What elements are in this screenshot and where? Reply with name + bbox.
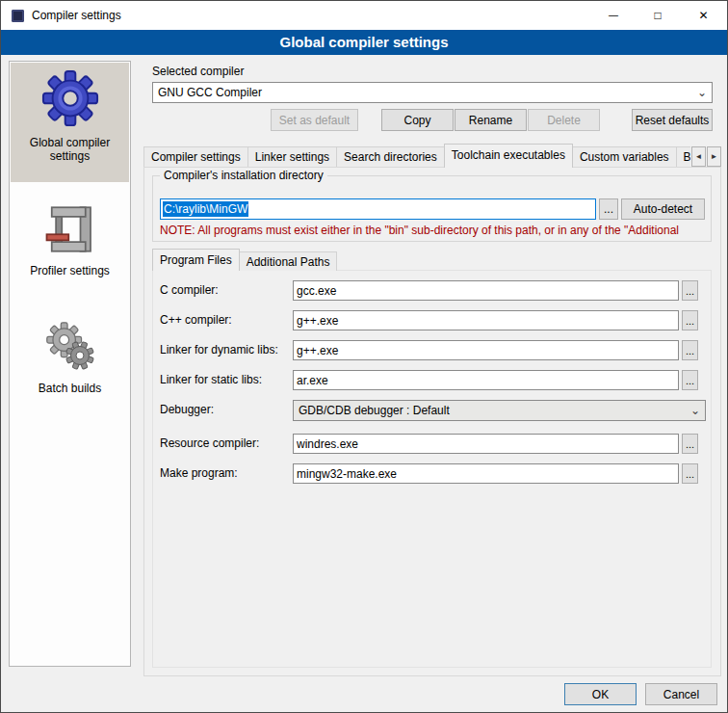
- note-text: NOTE: All programs must exist either in …: [160, 224, 710, 237]
- main-tab-strip: Compiler settings Linker settings Search…: [143, 144, 690, 168]
- sidebar-item-profiler-settings[interactable]: Profiler settings: [11, 197, 129, 293]
- window-title: Compiler settings: [32, 1, 121, 30]
- gear-blue-icon: [40, 68, 100, 131]
- c-compiler-label: C compiler:: [160, 283, 219, 297]
- resource-compiler-browse-button[interactable]: ...: [682, 434, 698, 454]
- cancel-button[interactable]: Cancel: [645, 683, 717, 705]
- make-program-input[interactable]: [293, 463, 679, 484]
- resource-compiler-row: Resource compiler: ...: [1, 434, 728, 456]
- tab-scroll-right-button[interactable]: ►: [707, 146, 721, 167]
- chevron-down-icon: ⌄: [690, 401, 700, 420]
- cpp-compiler-label: C++ compiler:: [160, 313, 232, 327]
- clamp-icon: [43, 202, 97, 259]
- reset-defaults-button[interactable]: Reset defaults: [632, 109, 713, 131]
- installation-directory-group-title: Compiler's installation directory: [160, 169, 327, 182]
- delete-button[interactable]: Delete: [528, 109, 600, 131]
- selected-compiler-label: Selected compiler: [152, 65, 244, 78]
- make-program-browse-button[interactable]: ...: [682, 463, 698, 484]
- debugger-select[interactable]: GDB/CDB debugger : Default ⌄: [293, 400, 706, 421]
- dynamic-linker-row: Linker for dynamic libs: ...: [1, 340, 728, 362]
- auto-detect-button[interactable]: Auto-detect: [621, 198, 705, 220]
- debugger-label: Debugger:: [160, 403, 214, 416]
- debugger-row: Debugger: GDB/CDB debugger : Default ⌄: [1, 400, 728, 422]
- title-bar: Compiler settings — □ ✕: [1, 1, 727, 30]
- minimize-button[interactable]: —: [591, 1, 636, 30]
- installation-directory-browse-button[interactable]: ...: [599, 198, 618, 220]
- close-button[interactable]: ✕: [680, 1, 727, 30]
- app-icon: [12, 10, 24, 22]
- static-linker-row: Linker for static libs: ...: [1, 370, 728, 392]
- tab-search-directories[interactable]: Search directories: [336, 146, 445, 167]
- c-compiler-input[interactable]: [293, 280, 679, 301]
- make-program-label: Make program:: [160, 466, 238, 480]
- sub-tab-strip: Program Files Additional Paths: [152, 249, 537, 271]
- debugger-value: GDB/CDB debugger : Default: [299, 404, 450, 417]
- settings-sidebar: Global compiler settings Profiler settin…: [9, 61, 131, 667]
- resource-compiler-label: Resource compiler:: [160, 436, 259, 450]
- cpp-compiler-input[interactable]: [293, 310, 679, 330]
- c-compiler-browse-button[interactable]: ...: [682, 280, 698, 301]
- sidebar-item-global-compiler-settings[interactable]: Global compiler settings: [11, 63, 129, 182]
- set-as-default-button[interactable]: Set as default: [271, 109, 358, 131]
- selected-compiler-value: GNU GCC Compiler: [158, 86, 262, 99]
- rename-button[interactable]: Rename: [455, 109, 527, 131]
- maximize-icon: □: [654, 9, 661, 22]
- copy-button[interactable]: Copy: [381, 109, 454, 131]
- tab-build-options[interactable]: Build options: [676, 146, 690, 167]
- chevron-down-icon: ⌄: [697, 83, 707, 102]
- dynamic-linker-label: Linker for dynamic libs:: [160, 343, 278, 356]
- static-linker-label: Linker for static libs:: [160, 373, 262, 386]
- c-compiler-row: C compiler: ...: [1, 280, 728, 303]
- page-title: Global compiler settings: [1, 30, 727, 55]
- minimize-icon: —: [609, 10, 618, 20]
- tab-scroll-left-icon: ◄: [695, 152, 703, 161]
- static-linker-browse-button[interactable]: ...: [682, 370, 698, 390]
- tab-custom-variables[interactable]: Custom variables: [572, 146, 677, 167]
- sidebar-item-label: Profiler settings: [30, 264, 110, 277]
- maximize-button[interactable]: □: [636, 1, 680, 30]
- close-icon: ✕: [698, 9, 708, 22]
- tab-program-files[interactable]: Program Files: [152, 249, 240, 271]
- compiler-settings-dialog: Compiler settings — □ ✕ Global compiler …: [0, 0, 728, 713]
- static-linker-input[interactable]: [293, 370, 679, 390]
- cpp-compiler-browse-button[interactable]: ...: [682, 310, 698, 330]
- make-program-row: Make program: ...: [1, 463, 728, 486]
- tab-additional-paths[interactable]: Additional Paths: [239, 251, 338, 271]
- tab-scroll-right-icon: ►: [711, 152, 718, 161]
- installation-directory-input[interactable]: C:\raylib\MinGW: [160, 198, 596, 220]
- installation-directory-value: C:\raylib\MinGW: [163, 201, 248, 217]
- tab-toolchain-executables[interactable]: Toolchain executables: [444, 144, 573, 168]
- dynamic-linker-input[interactable]: [293, 340, 679, 360]
- resource-compiler-input[interactable]: [293, 434, 679, 454]
- tab-linker-settings[interactable]: Linker settings: [247, 146, 337, 167]
- cpp-compiler-row: C++ compiler: ...: [1, 310, 728, 332]
- ok-button[interactable]: OK: [564, 683, 637, 705]
- selected-compiler-select[interactable]: GNU GCC Compiler ⌄: [152, 82, 713, 103]
- dynamic-linker-browse-button[interactable]: ...: [682, 340, 698, 360]
- sidebar-item-label: Global compiler settings: [11, 136, 129, 163]
- tab-compiler-settings[interactable]: Compiler settings: [143, 146, 248, 167]
- tab-scroll-left-button[interactable]: ◄: [691, 146, 706, 167]
